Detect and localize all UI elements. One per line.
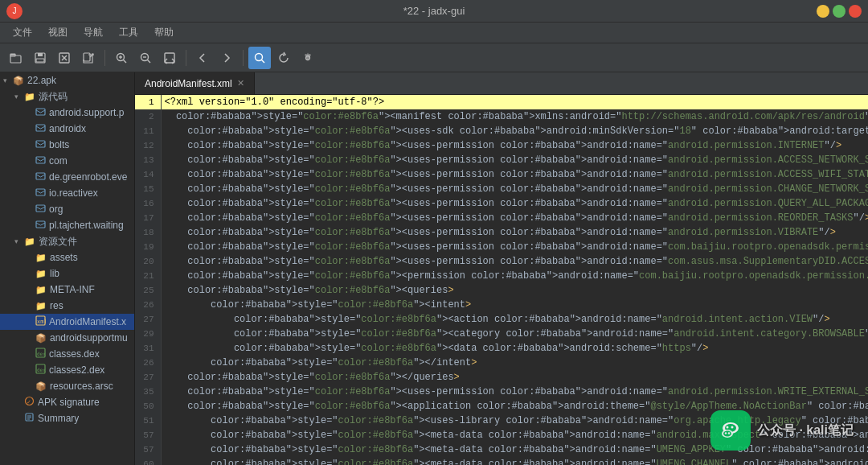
sidebar: ▾📦22.apk▾📁源代码android.support.pandroidxbo… <box>0 72 135 465</box>
tree-label-io: io.reactivex <box>49 187 98 199</box>
tab-manifest[interactable]: AndroidManifest.xml ✕ <box>135 72 255 94</box>
line-number-21: 50 <box>135 399 161 414</box>
code-line-10: 19 color:#bababa">style="color:#e8bf6a">… <box>135 240 868 254</box>
line-number-0: 1 <box>135 95 161 109</box>
content-area: AndroidManifest.xml ✕ 1<?xml version="1.… <box>135 72 868 465</box>
sidebar-item-classes2[interactable]: dexclasses2.dex <box>0 362 134 378</box>
tree-label-androidx: androidx <box>49 123 86 134</box>
line-number-2: 11 <box>135 124 161 138</box>
svg-rect-29 <box>36 221 45 228</box>
sidebar-item-resources-arsc[interactable]: 📦resources.arsc <box>0 378 134 394</box>
toolbar-settings-btn[interactable] <box>297 47 319 69</box>
sidebar-item-bolts[interactable]: bolts <box>0 137 134 153</box>
code-editor[interactable]: 1<?xml version="1.0" encoding="utf-8"?>2… <box>135 95 868 465</box>
svg-point-45 <box>726 426 728 429</box>
code-line-8: 17 color:#bababa">style="color:#e8bf6a">… <box>135 211 868 225</box>
code-line-19: 27 color:#bababa">style="color:#e8bf6a">… <box>135 370 868 385</box>
tab-close[interactable]: ✕ <box>237 78 244 88</box>
sidebar-item-org[interactable]: org <box>0 201 134 217</box>
code-line-2: 11 color:#bababa">style="color:#e8bf6a">… <box>135 124 868 138</box>
menu-tools[interactable]: 工具 <box>113 24 145 41</box>
tree-arrow-source: ▾ <box>14 93 24 101</box>
toolbar-export[interactable] <box>77 47 100 69</box>
minimize-button[interactable] <box>817 5 829 18</box>
tree-icon-apk: 📦 <box>13 76 24 86</box>
toolbar-zoom-fit[interactable] <box>158 47 181 69</box>
svg-text:dex: dex <box>37 351 46 356</box>
line-number-4: 13 <box>135 153 161 167</box>
sidebar-item-manifest[interactable]: xmlAndroidManifest.x <box>0 314 134 330</box>
menu-file[interactable]: 文件 <box>6 24 39 41</box>
sidebar-item-summary[interactable]: Summary <box>0 410 134 426</box>
line-number-9: 18 <box>135 225 161 240</box>
sidebar-item-meta-inf[interactable]: 📁META-INF <box>0 282 134 298</box>
sidebar-item-io[interactable]: io.reactivex <box>0 185 134 201</box>
tree-label-apk-sig: APK signature <box>38 397 100 408</box>
sidebar-item-androidx[interactable]: androidx <box>0 121 134 137</box>
sidebar-item-pl[interactable]: pl.tajchert.waiting <box>0 217 134 233</box>
sidebar-item-res[interactable]: 📁res <box>0 298 134 314</box>
sidebar-item-lib[interactable]: 📁lib <box>0 265 134 282</box>
line-code-18: color:#bababa">style="color:#e8bf6a"></i… <box>161 356 868 370</box>
tree-icon-resources: 📁 <box>24 237 35 247</box>
close-button[interactable] <box>849 5 862 18</box>
sidebar-item-apk[interactable]: ▾📦22.apk <box>0 72 134 88</box>
line-code-3: color:#bababa">style="color:#e8bf6a"><us… <box>161 138 868 153</box>
maximize-button[interactable] <box>833 5 845 18</box>
toolbar-zoom-in[interactable] <box>110 47 133 69</box>
sidebar-item-classes[interactable]: dexclasses.dex <box>0 346 134 362</box>
svg-rect-27 <box>36 189 45 195</box>
tree-icon-io <box>35 187 46 200</box>
sidebar-item-apk-sig[interactable]: ✓APK signature <box>0 394 134 410</box>
toolbar-sep-2 <box>186 50 186 66</box>
code-line-0: 1<?xml version="1.0" encoding="utf-8"?> <box>135 95 868 109</box>
line-number-16: 29 <box>135 327 161 341</box>
line-code-19: color:#bababa">style="color:#e8bf6a"></q… <box>161 370 868 385</box>
line-number-20: 35 <box>135 385 161 399</box>
sidebar-item-androidsupport[interactable]: 📦androidsupportmu <box>0 330 134 346</box>
code-line-14: 26 color:#bababa">style="color:#e8bf6a">… <box>135 298 868 312</box>
menu-help[interactable]: 帮助 <box>148 24 180 41</box>
tree-icon-manifest: xml <box>35 315 46 328</box>
line-number-14: 26 <box>135 298 161 312</box>
sidebar-item-de[interactable]: de.greenrobot.eve <box>0 169 134 185</box>
tree-label-manifest: AndroidManifest.x <box>49 316 126 327</box>
code-line-25: 60 color:#bababa">style="color:#e8bf6a">… <box>135 457 868 465</box>
tree-icon-resources-arsc: 📦 <box>35 381 47 392</box>
menu-view[interactable]: 视图 <box>42 24 74 41</box>
line-code-7: color:#bababa">style="color:#e8bf6a"><us… <box>161 196 868 211</box>
toolbar-save[interactable] <box>29 47 51 69</box>
line-code-11: color:#bababa">style="color:#e8bf6a"><us… <box>161 254 868 269</box>
toolbar-open[interactable] <box>5 47 27 69</box>
svg-point-46 <box>731 426 733 429</box>
sidebar-item-assets[interactable]: 📁assets <box>0 249 134 265</box>
line-code-9: color:#bababa">style="color:#e8bf6a"><us… <box>161 225 868 240</box>
tree-icon-pl <box>35 219 46 232</box>
line-code-4: color:#bababa">style="color:#e8bf6a"><us… <box>161 153 868 167</box>
line-number-11: 20 <box>135 254 161 269</box>
line-code-14: color:#bababa">style="color:#e8bf6a"><in… <box>161 298 868 312</box>
sidebar-item-source[interactable]: ▾📁源代码 <box>0 88 134 105</box>
sidebar-item-resources[interactable]: ▾📁资源文件 <box>0 233 134 249</box>
svg-line-17 <box>148 60 151 63</box>
tree-label-resources-arsc: resources.arsc <box>50 381 113 392</box>
tree-arrow-resources: ▾ <box>14 237 24 245</box>
sidebar-tree: ▾📦22.apk▾📁源代码android.support.pandroidxbo… <box>0 72 134 426</box>
tree-icon-classes2: dex <box>35 364 46 377</box>
svg-line-14 <box>124 60 127 63</box>
toolbar-zoom-out[interactable] <box>134 47 157 69</box>
toolbar-find[interactable] <box>248 47 271 69</box>
sidebar-item-com[interactable]: com <box>0 153 134 169</box>
toolbar-close-file[interactable] <box>53 47 76 69</box>
code-line-11: 20 color:#bababa">style="color:#e8bf6a">… <box>135 254 868 269</box>
code-line-17: 31 color:#bababa">style="color:#e8bf6a">… <box>135 341 868 356</box>
menu-nav[interactable]: 导航 <box>77 24 109 41</box>
toolbar-forward[interactable] <box>215 47 238 69</box>
toolbar-back[interactable] <box>191 47 214 69</box>
code-line-4: 13 color:#bababa">style="color:#e8bf6a">… <box>135 153 868 167</box>
toolbar-refresh[interactable] <box>272 47 295 69</box>
sidebar-item-android-support[interactable]: android.support.p <box>0 105 134 121</box>
tree-label-apk: 22.apk <box>27 75 56 86</box>
svg-point-19 <box>256 53 263 60</box>
svg-line-20 <box>262 60 265 63</box>
